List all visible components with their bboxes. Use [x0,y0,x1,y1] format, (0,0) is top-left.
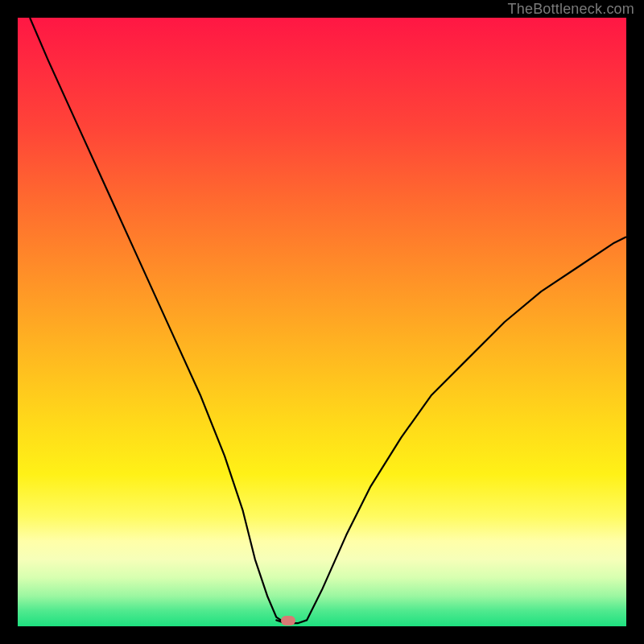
optimum-marker [281,616,295,625]
chart-frame: TheBottleneck.com [0,0,644,644]
bottleneck-curve [18,18,626,626]
watermark-label: TheBottleneck.com [508,1,634,18]
curve-path [30,18,626,623]
plot-area [18,18,626,626]
